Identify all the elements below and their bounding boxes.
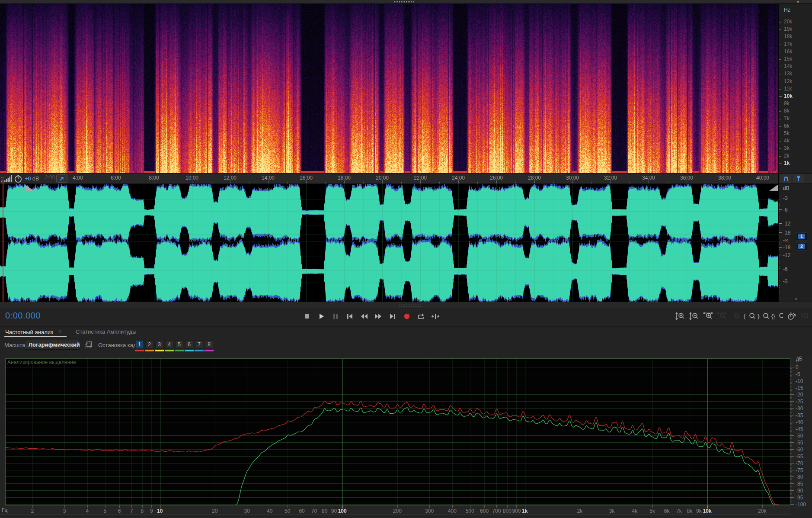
zoom-out-time-button[interactable] (716, 312, 728, 320)
timeline-tick (306, 180, 307, 183)
analysis-freq-tick (612, 505, 612, 508)
tab-amplitude-statistics[interactable]: Статистика Амплитуды (76, 328, 136, 335)
analysis-db-ruler[interactable]: дБ 0-5-10-15-20-25-30-35-40-45-50-55-60-… (790, 355, 812, 518)
frame-hold-2: 2 (145, 340, 153, 349)
analysis-db-tick (790, 434, 792, 434)
panel-menu-icon[interactable]: ≡ (58, 328, 62, 335)
transport-pause-button[interactable] (330, 312, 341, 320)
audition-window: ▾ Hz 20k19k18k17k16k15k14k13k12k11k10k9k… (0, 0, 812, 518)
transport-skip-selection-button[interactable] (430, 312, 441, 320)
zoom-time-selection-button[interactable] (785, 312, 797, 320)
zoom-out-amplitude-button[interactable] (688, 312, 700, 320)
analysis-db-tick (790, 441, 792, 441)
transport-rewind-button[interactable] (359, 312, 369, 320)
hz-ruler-label: 16k (784, 48, 792, 55)
zoom-to-out-point-button[interactable]: } (758, 312, 769, 320)
analysis-db-tick (790, 437, 792, 438)
analysis-freq-label: 70 (311, 508, 317, 514)
frame-hold-button-3[interactable]: 3 (155, 340, 163, 349)
timeline-tick (287, 182, 288, 183)
copy-settings-button[interactable] (84, 341, 93, 349)
hz-ruler-label: 14k (784, 63, 792, 69)
analysis-db-tick (790, 399, 792, 399)
transport-fast-forward-button[interactable] (373, 312, 384, 320)
frame-hold-button-2[interactable]: 2 (145, 340, 153, 349)
hz-ruler-label: 17k (784, 41, 792, 47)
db-ruler-minor-tick (779, 285, 780, 286)
analysis-db-tick (790, 489, 792, 489)
analysis-freq-tick (496, 505, 497, 508)
time-display[interactable]: 0:00.000 (5, 310, 41, 321)
hz-ruler-tick (779, 134, 781, 134)
analysis-freq-tick (105, 505, 105, 508)
frame-hold-button-4[interactable]: 4 (165, 340, 173, 349)
hz-ruler-tick (779, 111, 781, 112)
timeline-ruler[interactable]: 4:006:008:0010:0012:0014:0016:0018:0020:… (0, 173, 812, 184)
db-ruler-tick (779, 247, 782, 248)
transport-skip-to-end-button[interactable] (387, 312, 398, 320)
db-ruler-minor-tick (779, 283, 780, 283)
top-resize-handle[interactable]: ▾ (0, 0, 812, 4)
transport-loop-playback-button[interactable] (416, 312, 426, 320)
zoom-in-time-button[interactable] (702, 312, 714, 320)
channel-badge-1[interactable]: 1 (796, 232, 807, 241)
zoom-full-button[interactable] (799, 312, 811, 320)
db-ruler-minor-tick (779, 271, 780, 271)
frame-hold-button-1[interactable]: 1 (135, 340, 144, 349)
analysis-db-label: -55 (796, 440, 803, 446)
frame-hold-button-8[interactable]: 8 (205, 340, 213, 349)
analysis-freq-label: 10 (157, 508, 163, 514)
panel-divider-handle[interactable] (0, 302, 812, 308)
waveform-db-ruler[interactable]: dB ▴ -3-6-12-18-∞-18-12-6-312 (778, 184, 812, 302)
transport-stop-button[interactable] (302, 312, 312, 320)
zoom-to-selection-button[interactable]: {} (771, 312, 783, 320)
playhead[interactable] (3, 179, 3, 302)
timeline-tick (611, 180, 611, 183)
channel-badge-2[interactable]: 2 (796, 242, 807, 251)
analysis-db-tick (790, 375, 792, 376)
hold-color-bar (195, 350, 204, 351)
waveform-canvas[interactable] (0, 184, 778, 302)
analysis-freq-ruler[interactable]: Гц 2345678910203040506070809010020030040… (0, 505, 790, 515)
frame-hold-button-6[interactable]: 6 (185, 340, 193, 349)
scale-dropdown[interactable]: Логарифмический (25, 340, 80, 350)
gain-readout[interactable]: +0 (25, 176, 31, 181)
level-meter-icon[interactable] (4, 175, 13, 182)
zoom-reset-button[interactable] (730, 312, 742, 320)
analysis-freq-tick (302, 505, 302, 508)
analysis-freq-tick (87, 505, 88, 508)
analysis-db-label: -65 (796, 454, 803, 460)
frame-hold-button-7[interactable]: 7 (195, 340, 203, 349)
db-ruler-minor-tick (779, 199, 780, 200)
timeline-label: 20:00 (376, 175, 389, 181)
timeline-tick (382, 180, 383, 183)
db-ruler-minor-tick (779, 206, 780, 207)
timeline-tick (192, 180, 192, 183)
analysis-freq-tick (334, 505, 334, 508)
zoom-to-in-point-button[interactable]: { (744, 312, 755, 320)
hz-ruler-label: 7k (784, 116, 790, 122)
marker-pin-button[interactable] (793, 174, 804, 183)
magnet-button[interactable] (780, 174, 791, 183)
hz-ruler-label: 2k (784, 153, 790, 159)
tab-frequency-analysis[interactable]: Частотный анализ ≡ (5, 328, 62, 335)
hz-ruler-tick (779, 59, 781, 60)
spectrogram-frequency-ruler[interactable]: Hz 20k19k18k17k16k15k14k13k12k11k10k9k8k… (778, 4, 812, 173)
spectrogram-canvas[interactable] (0, 4, 778, 173)
db-ruler-tick (779, 255, 782, 255)
zoom-in-amplitude-button[interactable] (675, 312, 686, 320)
fold-triangle-left[interactable] (25, 184, 34, 191)
analysis-db-tick (790, 397, 792, 398)
transport-skip-to-start-button[interactable] (345, 312, 355, 320)
analysis-db-tick (790, 371, 792, 372)
transport-play-button[interactable] (316, 312, 326, 320)
transport-record-button[interactable] (402, 312, 412, 320)
analysis-freq-label: 50 (285, 508, 290, 514)
fold-triangle-right[interactable] (769, 184, 778, 191)
analysis-freq-label: 5 (103, 508, 106, 514)
scrollbar-up-arrow-icon[interactable]: ▴ (795, 296, 797, 301)
frequency-plot-canvas[interactable] (5, 358, 790, 505)
auto-scroll-pin-button[interactable] (56, 174, 67, 183)
frame-hold-button-5[interactable]: 5 (175, 340, 183, 349)
clock-icon[interactable] (14, 174, 22, 183)
